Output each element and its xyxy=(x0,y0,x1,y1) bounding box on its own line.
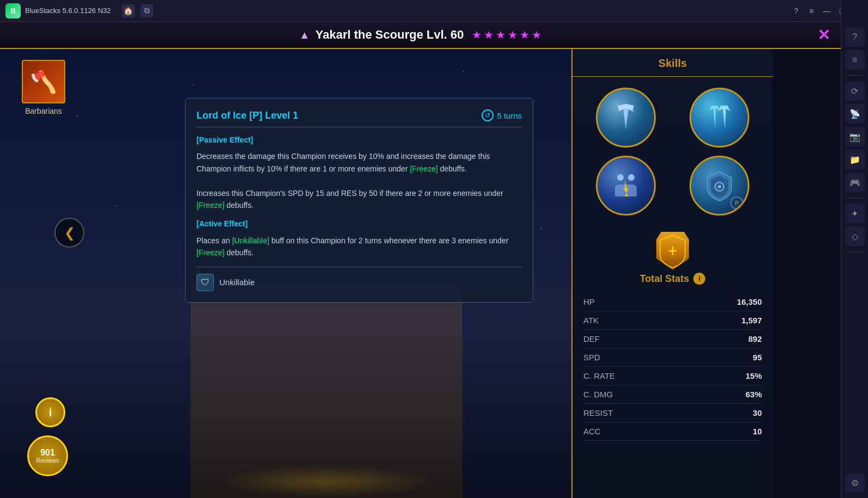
stat-label-def: DEF xyxy=(583,334,600,343)
stat-row-spd: SPD 95 xyxy=(583,348,762,367)
star-4: ★ xyxy=(508,28,518,41)
stat-label-cdmg: C. DMG xyxy=(583,390,613,399)
skill-orb-2[interactable] xyxy=(690,88,749,147)
svg-point-1 xyxy=(628,174,635,181)
passive-tag: [Passive Effect] xyxy=(196,134,522,146)
minimize-button[interactable]: — xyxy=(821,5,832,16)
reviews-button[interactable]: 901 Reviews xyxy=(27,435,68,476)
bs-side-icon-1[interactable]: ? xyxy=(845,27,865,47)
skill-description-2: Increases this Champion's SPD by 15 and … xyxy=(196,187,522,212)
faction-badge: 🪓 Barbarians xyxy=(22,60,65,115)
bs-side-icon-6[interactable]: 📁 xyxy=(845,150,865,169)
star-1: ★ xyxy=(472,28,482,41)
total-stats-info-button[interactable]: i xyxy=(693,273,705,285)
champion-name: Yakarl the Scourge Lvl. 60 xyxy=(316,28,464,42)
info-button[interactable]: i xyxy=(35,397,65,427)
stat-value-spd: 95 xyxy=(753,353,762,362)
stat-label-resist: RESIST xyxy=(583,408,613,417)
bs-side-settings-icon[interactable]: ⚙ xyxy=(845,473,865,493)
skill-orb-wrapper-2 xyxy=(677,88,762,147)
skills-panel: Skills xyxy=(571,49,773,498)
stat-value-def: 892 xyxy=(748,334,762,343)
champion-symbol: ▲ xyxy=(299,29,310,41)
svg-point-3 xyxy=(718,185,721,188)
bs-side-icon-9[interactable]: ◇ xyxy=(845,226,865,246)
skill-description-panel: Lord of Ice [P] Level 1 ↺ 5 turns [Passi… xyxy=(185,98,533,303)
stat-value-atk: 1,597 xyxy=(741,316,762,325)
svg-point-0 xyxy=(617,174,624,181)
passive-badge: P xyxy=(730,196,743,210)
buff-name: Unkillable xyxy=(219,276,255,289)
stat-row-cdmg: C. DMG 63% xyxy=(583,385,762,404)
freeze-highlight-2: [Freeze] xyxy=(196,201,224,210)
back-arrow-button[interactable]: ❮ xyxy=(54,218,84,248)
skill-turns: ↺ 5 turns xyxy=(482,109,522,121)
bs-side-icon-4[interactable]: 📡 xyxy=(845,104,865,124)
total-stats-section: Total Stats i HP 16,350 ATK 1,597 DEF 89… xyxy=(572,226,773,441)
skill-orb-3[interactable] xyxy=(596,156,656,216)
skill-description-3: Places an [Unkillable] buff on this Cham… xyxy=(196,235,522,259)
bs-side-icon-3[interactable]: ⟳ xyxy=(845,81,865,101)
unkillable-highlight: [Unkillable] xyxy=(232,236,269,245)
stat-row-acc: ACC 10 xyxy=(583,422,762,441)
skills-grid: P xyxy=(572,77,773,226)
skill-name: Lord of Ice [P] Level 1 xyxy=(196,110,298,121)
total-stats-title: Total Stats xyxy=(640,273,690,285)
bluestacks-right-sidebar: ? ≡ ⟳ 📡 📷 📁 🎮 ✦ ◇ ⚙ xyxy=(841,0,868,498)
active-tag: [Active Effect] xyxy=(196,218,522,230)
bs-side-icon-2[interactable]: ≡ xyxy=(845,50,865,70)
bluestacks-logo: B xyxy=(5,3,21,19)
star-5: ★ xyxy=(520,28,530,41)
stat-label-acc: ACC xyxy=(583,427,601,436)
help-icon[interactable]: ? xyxy=(791,5,802,16)
turns-value: 5 turns xyxy=(497,111,522,120)
stat-label-atk: ATK xyxy=(583,316,599,325)
stat-label-crate: C. RATE xyxy=(583,371,615,380)
skill-body: [Passive Effect] Decreases the damage th… xyxy=(196,134,522,291)
stat-row-crate: C. RATE 15% xyxy=(583,367,762,385)
star-6: ★ xyxy=(532,28,541,41)
skills-title: Skills xyxy=(572,49,773,77)
stat-row-resist: RESIST 30 xyxy=(583,404,762,422)
skill-orb-wrapper-4: P xyxy=(677,156,762,216)
skill-description-1: Decreases the damage this Champion recei… xyxy=(196,150,522,175)
stat-row-hp: HP 16,350 xyxy=(583,293,762,311)
game-area: 🪓 Barbarians ❮ i 901 Reviews Lord of Ice… xyxy=(0,49,773,498)
freeze-highlight-1: [Freeze] xyxy=(410,164,438,173)
stat-value-hp: 16,350 xyxy=(737,297,762,306)
star-3: ★ xyxy=(496,28,506,41)
skill-orb-4[interactable]: P xyxy=(690,156,749,216)
stat-value-crate: 15% xyxy=(746,371,762,380)
turns-icon: ↺ xyxy=(482,109,494,121)
ground-glow xyxy=(218,465,435,498)
stat-row-def: DEF 892 xyxy=(583,330,762,348)
faction-name: Barbarians xyxy=(25,107,62,115)
window-icon[interactable]: ⧉ xyxy=(140,4,153,17)
skill-header: Lord of Ice [P] Level 1 ↺ 5 turns xyxy=(196,109,522,127)
game-title-bar: ▲ Yakarl the Scourge Lvl. 60 ★ ★ ★ ★ ★ ★… xyxy=(0,22,841,49)
home-icon[interactable]: 🏠 xyxy=(122,4,135,17)
reviews-count: 901 xyxy=(40,448,55,457)
stat-value-acc: 10 xyxy=(753,427,762,436)
star-rating: ★ ★ ★ ★ ★ ★ xyxy=(472,28,541,41)
bs-side-icon-5[interactable]: 📷 xyxy=(845,127,865,146)
nav-icons: 🏠 ⧉ xyxy=(122,4,153,17)
bluestacks-title: BlueStacks 5.6.0.1126 N32 xyxy=(25,7,111,15)
menu-icon[interactable]: ≡ xyxy=(806,5,817,16)
close-game-button[interactable]: ✕ xyxy=(817,26,830,44)
buff-icon: 🛡 xyxy=(196,274,214,291)
bluestacks-topbar: B BlueStacks 5.6.0.1126 N32 🏠 ⧉ ? ≡ — □ … xyxy=(0,0,868,22)
stats-list: HP 16,350 ATK 1,597 DEF 892 SPD 95 C. RA… xyxy=(583,293,762,441)
skill-orb-1[interactable] xyxy=(596,88,656,147)
stat-value-cdmg: 63% xyxy=(746,390,762,399)
skill-orb-wrapper-1 xyxy=(583,88,669,147)
total-stats-header: Total Stats i xyxy=(583,273,762,285)
bs-side-icon-7[interactable]: 🎮 xyxy=(845,173,865,192)
bs-side-sep-1 xyxy=(847,75,863,76)
stat-label-hp: HP xyxy=(583,297,595,306)
gold-icon-wrapper xyxy=(583,232,762,270)
reviews-label: Reviews xyxy=(36,457,59,464)
skill-buff-indicator: 🛡 Unkillable xyxy=(196,267,522,291)
bs-side-icon-8[interactable]: ✦ xyxy=(845,204,865,223)
total-stats-shield-icon xyxy=(656,232,689,270)
